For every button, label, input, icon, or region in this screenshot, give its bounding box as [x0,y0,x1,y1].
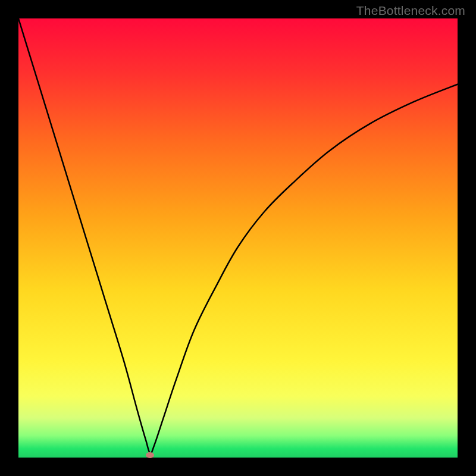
watermark-text: TheBottleneck.com [356,4,465,18]
chart-container: TheBottleneck.com [0,0,476,476]
bottleneck-curve [18,18,458,458]
optimal-point-marker [146,452,154,458]
plot-area [18,18,458,458]
